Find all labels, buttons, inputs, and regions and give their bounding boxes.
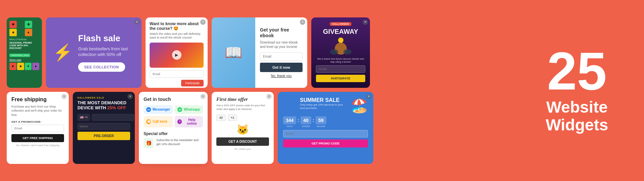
name-input[interactable] xyxy=(77,123,130,130)
participate-button[interactable]: Participate xyxy=(181,80,204,86)
christmas-icons: ✚ ✤ ★ ♦ xyxy=(9,21,39,36)
halloween-svg: 🌙 xyxy=(327,37,354,55)
widget-summer-sale: ✕ SUMMER SALE Only today get 15% discoun… xyxy=(278,92,373,164)
phone-flag-row: 🇺🇸 +1 xyxy=(77,114,130,121)
ebook-close-button[interactable]: ✕ xyxy=(300,19,305,25)
giveaway-email-input[interactable] xyxy=(316,65,365,73)
summer-description: Only today get 15% discount to your next… xyxy=(300,103,348,110)
ebook-email-input[interactable] xyxy=(260,52,303,61)
messenger-label: Messenger xyxy=(153,108,170,111)
widget-course: ✕ Want to know more about the course? 🤩 … xyxy=(146,17,208,88)
ebook-no-thanks[interactable]: No, thank you xyxy=(260,74,303,78)
contact-close-button[interactable]: ✕ xyxy=(200,94,206,99)
contact-options: m Messenger w Whatsapp ☎ Call beck ? Hel… xyxy=(144,105,203,127)
course-email-input[interactable] xyxy=(150,70,204,78)
summer-title-block: SUMMER SALE Only today get 15% discount … xyxy=(283,97,348,110)
flash-content: Flash sale Grab bestsellers from last co… xyxy=(78,33,135,72)
giveaway-badge: HALLOWEEN xyxy=(330,22,352,26)
widget-first-offer: ✕ First time offer Get a 20% OFF promo c… xyxy=(212,92,274,164)
merry-christmas: Merry Christmas xyxy=(9,38,39,41)
help-online-button[interactable]: ? Help online xyxy=(175,116,203,127)
halloween-title: THE MOST DEMANDED DEVICE WITH 25% OFF xyxy=(77,100,130,111)
help-label: Help online xyxy=(183,118,200,125)
timer-seconds: 59 seconds xyxy=(316,116,326,127)
flag-select[interactable]: 🇺🇸 +1 xyxy=(77,114,90,121)
special-offer-row: 🎁 Subscribe to the newsletter and get 10… xyxy=(144,138,203,148)
firstoffer-no-thanks[interactable]: No, thank you xyxy=(216,147,269,150)
halloween-discount: 25% OFF xyxy=(107,105,126,110)
shipping-close-button[interactable]: ✕ xyxy=(61,94,67,99)
widget-contact: ✕ Get in touch m Messenger w Whatsapp ☎ … xyxy=(139,92,208,164)
contact-title: Get in touch xyxy=(144,97,203,102)
flash-title: Flash sale xyxy=(78,33,135,44)
svg-point-1 xyxy=(330,49,338,55)
hero-number: 25 xyxy=(547,47,607,95)
timer-minutes: 40 minutes xyxy=(301,116,311,127)
firstoffer-title: First time offer xyxy=(216,97,269,102)
shipping-no-thanks[interactable]: No, thanks I don't want free shipping xyxy=(11,144,64,147)
widget-christmas: ✚ ✤ ★ ♦ Merry Christmas SEASONAL PROMO C… xyxy=(7,17,42,88)
hero-subtitle-line1: Website xyxy=(546,98,607,116)
get-it-now-button[interactable]: Get it now xyxy=(260,63,303,72)
hero-subtitle-line2: Widgets xyxy=(546,116,608,134)
whatsapp-button[interactable]: w Whatsapp xyxy=(175,105,203,114)
halloween-close-button[interactable]: ✕ xyxy=(127,94,133,99)
giveaway-participate-button[interactable]: PARTISIPATE xyxy=(316,75,365,82)
promo-label: GET A PROMOCODE: xyxy=(11,120,64,123)
messenger-button[interactable]: m Messenger xyxy=(144,105,173,114)
summer-header: SUMMER SALE Only today get 15% discount … xyxy=(283,97,368,114)
xmas-icon-1: ✚ xyxy=(9,21,17,28)
get-discount-button[interactable]: GET A DISCOUNT xyxy=(216,137,269,146)
lightning-icon: ⚡ xyxy=(53,43,73,62)
help-icon: ? xyxy=(177,119,182,124)
get-promo-code-button[interactable]: GET PROMO CODE xyxy=(283,139,368,147)
summer-close-button[interactable]: ✕ xyxy=(366,94,371,99)
giveaway-image: 🌙 xyxy=(327,37,354,55)
timer-hours-label: hours xyxy=(283,125,296,127)
ebook-content: Get your free ebook Download our new ebo… xyxy=(255,17,307,88)
firstoffer-close-button[interactable]: ✕ xyxy=(266,94,272,99)
qty-box-1: 42 xyxy=(216,114,226,121)
flag-code: +1 xyxy=(85,116,88,119)
phone-input[interactable] xyxy=(92,114,134,121)
widget-halloween-sale: ✕ HALLOWEEN SALE THE MOST DEMANDED DEVIC… xyxy=(73,92,135,164)
special-offer-title: Special offer xyxy=(144,131,203,136)
ebook-title: Get your free ebook xyxy=(260,27,303,39)
course-description: Watch the video and you will definitely … xyxy=(150,32,204,40)
callback-button[interactable]: ☎ Call beck xyxy=(144,116,173,127)
giveaway-description: Win a brand new Dyson vacuum cleaner and… xyxy=(316,57,365,63)
free-shipping-button[interactable]: GET FREE SHIPPING xyxy=(11,134,64,142)
giveaway-close-button[interactable]: ✕ xyxy=(363,19,368,25)
shipping-title: Free shipping xyxy=(11,97,64,103)
halloween-title-text2: DEVICE WITH xyxy=(77,105,107,110)
timer-hours: 344 hours xyxy=(283,116,296,127)
course-close-button[interactable]: ✕ xyxy=(200,19,206,25)
firstoffer-description: Get a 20% OFF promo code for your first … xyxy=(216,104,269,111)
course-title: Want to know more about the course? 🤩 xyxy=(150,21,204,31)
shipping-email-input[interactable] xyxy=(11,125,64,132)
bottom-icon-1: ♥ xyxy=(9,63,16,70)
see-collection-button[interactable]: SEE COLLECTION xyxy=(78,62,125,72)
timer-hours-value: 344 xyxy=(283,116,296,124)
messenger-icon: m xyxy=(146,107,151,112)
xmas-icon-3: ★ xyxy=(9,29,17,36)
giveaway-title: GIVEAWAY xyxy=(323,28,358,36)
play-icon[interactable]: ▶ xyxy=(172,50,181,60)
ebook-image-side: 📖 xyxy=(212,17,255,88)
summer-email-input[interactable] xyxy=(283,130,368,137)
cat-image: 🐱 xyxy=(216,124,269,135)
svg-text:🌙: 🌙 xyxy=(339,39,343,42)
flash-close-button[interactable]: ✕ xyxy=(134,19,140,25)
timer-seconds-label: seconds xyxy=(316,125,326,127)
course-video-thumbnail: ▶ xyxy=(150,43,204,68)
timer-separator-2: : xyxy=(313,116,314,127)
preorder-button[interactable]: PRE-ORDER xyxy=(77,132,130,140)
widget-ebook: ✕ 📖 Get your free ebook Download our new… xyxy=(212,17,307,88)
shop-sale-link[interactable]: Shop sale xyxy=(9,58,39,61)
special-offer-text: Subscribe to the newsletter and get 10% … xyxy=(156,138,203,146)
callback-icon: ☎ xyxy=(146,119,151,124)
hero-subtitle: Website Widgets xyxy=(546,99,608,134)
course-image: ▶ xyxy=(150,43,204,68)
summer-items-icon: 🏖️ xyxy=(351,97,368,114)
svg-point-2 xyxy=(343,49,352,55)
